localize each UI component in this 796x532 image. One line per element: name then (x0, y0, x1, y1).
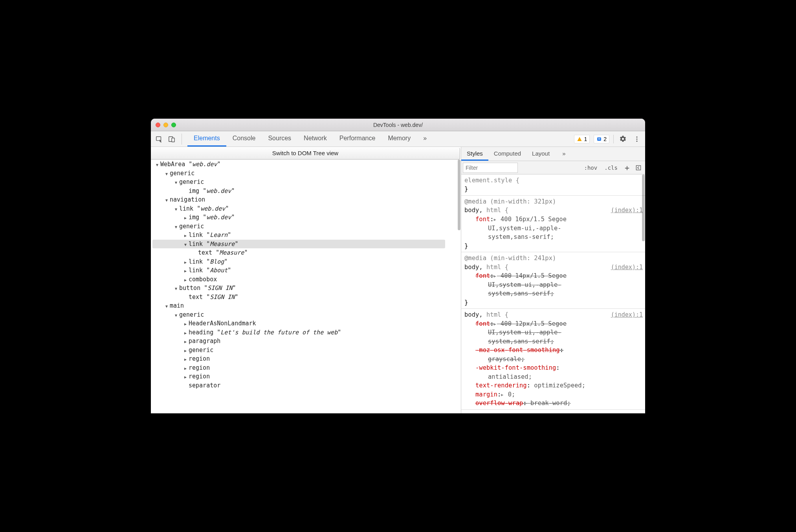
ax-tree-row[interactable]: ▼link "web.dev" (152, 204, 461, 213)
disclosure-triangle-icon[interactable]: ▶ (183, 374, 188, 380)
ax-tree-row[interactable]: ▶region (152, 363, 461, 372)
disclosure-triangle-icon[interactable]: ▼ (174, 286, 178, 292)
tab-layout[interactable]: Layout (526, 147, 555, 161)
css-declaration[interactable]: font:▶ 400 14px/1.5 Segoe (464, 272, 643, 280)
rule-element-style[interactable]: element.style {} (461, 174, 645, 196)
ax-tree-row[interactable]: ▼navigation (152, 195, 461, 204)
disclosure-triangle-icon[interactable]: ▼ (174, 224, 178, 230)
ax-tree-row[interactable]: ▶heading "Let's build the future of the … (152, 328, 461, 337)
minimize-button[interactable] (163, 123, 168, 127)
tab-styles[interactable]: Styles (461, 147, 488, 161)
issues-counter[interactable]: 2 (594, 135, 609, 143)
disclosure-triangle-icon[interactable]: ▶ (183, 215, 188, 221)
disclosure-triangle-icon[interactable]: ▼ (174, 312, 178, 318)
disclosure-triangle-icon[interactable]: ▼ (164, 171, 169, 177)
disclosure-triangle-icon[interactable]: ▶ (183, 268, 188, 274)
css-declaration[interactable]: margin:▶ 0; (464, 390, 643, 399)
ax-tree-row[interactable]: ▼WebArea "web.dev" (152, 160, 461, 169)
css-declaration[interactable]: -webkit-font-smoothing: (464, 363, 643, 372)
ax-tree-row[interactable]: ▶link "Learn" (152, 231, 461, 240)
style-rule[interactable]: @media (min-width: 321px)body, html {(in… (461, 196, 645, 252)
disclosure-triangle-icon[interactable]: ▼ (183, 242, 188, 248)
css-declaration-continuation: grayscale; (464, 355, 643, 363)
ax-tree-row[interactable]: ▶img "web.dev" (152, 213, 461, 222)
tab-performance[interactable]: Performance (333, 131, 382, 147)
ax-tree-row[interactable]: img "web.dev" (152, 187, 461, 196)
source-link[interactable]: (index):1 (611, 263, 643, 272)
ax-tree-row[interactable]: ▼generic (152, 310, 461, 319)
disclosure-triangle-icon[interactable]: ▶ (183, 259, 188, 265)
disclosure-triangle-icon[interactable]: ▼ (164, 303, 169, 309)
ax-tree-row[interactable]: ▼generic (152, 169, 461, 178)
sidebar-tabs-overflow[interactable]: » (557, 147, 571, 161)
styles-filter-input[interactable] (463, 163, 518, 173)
styles-rules[interactable]: element.style {}@media (min-width: 321px… (461, 174, 645, 413)
disclosure-triangle-icon[interactable]: ▶ (183, 356, 188, 362)
tab-sources[interactable]: Sources (262, 131, 297, 147)
more-options-icon[interactable] (632, 134, 642, 144)
source-link[interactable]: (index):1 (611, 206, 643, 215)
disclosure-triangle-icon[interactable]: ▶ (183, 277, 188, 283)
tab-memory[interactable]: Memory (381, 131, 417, 147)
ax-tree-row[interactable]: ▶region (152, 372, 461, 381)
settings-icon[interactable] (618, 134, 628, 144)
ax-tree-row[interactable]: ▶link "Blog" (152, 257, 461, 266)
scrollbar[interactable] (642, 174, 645, 241)
hov-toggle[interactable]: :hov (582, 164, 600, 172)
css-declaration[interactable]: font:▶ 400 12px/1.5 Segoe (464, 319, 643, 328)
ax-tree-row[interactable]: separator (152, 381, 461, 390)
toolbar-right: 1 2 (574, 134, 642, 144)
expand-shorthand-icon[interactable]: ▶ (494, 217, 496, 223)
disclosure-triangle-icon[interactable]: ▼ (164, 197, 169, 203)
ax-tree-row[interactable]: text "SIGN IN" (152, 293, 461, 302)
ax-tree-row[interactable]: ▼link "Measure" (152, 240, 445, 249)
new-style-rule-button[interactable]: + (622, 164, 632, 171)
expand-shorthand-icon[interactable]: ▶ (501, 392, 503, 398)
accessibility-tree[interactable]: ▼WebArea "web.dev"▼generic▼genericimg "w… (151, 160, 461, 413)
scrollbar[interactable] (458, 160, 460, 230)
style-rule[interactable]: @media (min-width: 241px)body, html {(in… (461, 252, 645, 309)
disclosure-triangle-icon[interactable]: ▶ (183, 365, 188, 371)
ax-tree-row[interactable]: ▼main (152, 301, 461, 310)
tabs-overflow[interactable]: » (417, 131, 433, 147)
css-declaration[interactable]: -moz-osx-font-smoothing: (464, 346, 643, 354)
toggle-rendering-icon[interactable] (634, 163, 643, 172)
cls-toggle[interactable]: .cls (602, 164, 620, 172)
tab-network[interactable]: Network (297, 131, 333, 147)
warnings-counter[interactable]: 1 (574, 135, 590, 143)
disclosure-triangle-icon[interactable]: ▼ (174, 206, 178, 212)
style-rule[interactable]: body, html {(index):1font:▶ 400 12px/1.5… (461, 309, 645, 409)
tab-elements[interactable]: Elements (187, 131, 226, 147)
disclosure-triangle-icon[interactable]: ▶ (183, 321, 188, 327)
expand-shorthand-icon[interactable]: ▶ (494, 321, 496, 327)
disclosure-triangle-icon[interactable]: ▶ (183, 348, 188, 354)
ax-tree-row[interactable]: ▼generic (152, 178, 461, 187)
ax-tree-row[interactable]: ▶generic (152, 346, 461, 355)
ax-tree-row[interactable]: ▼button "SIGN IN" (152, 284, 461, 293)
ax-tree-row[interactable]: ▶combobox (152, 275, 461, 284)
device-toolbar-icon[interactable] (167, 134, 177, 144)
css-declaration[interactable]: text-rendering: optimizeSpeed; (464, 381, 643, 390)
tab-console[interactable]: Console (226, 131, 262, 147)
ax-tree-row[interactable]: ▶region (152, 354, 461, 363)
disclosure-triangle-icon[interactable]: ▶ (183, 339, 188, 345)
switch-to-dom-tree-button[interactable]: Switch to DOM Tree view (151, 148, 460, 160)
ax-role: combobox (189, 276, 217, 283)
disclosure-triangle-icon[interactable]: ▼ (155, 162, 160, 168)
ax-tree-row[interactable]: ▶HeaderAsNonLandmark (152, 319, 461, 328)
disclosure-triangle-icon[interactable]: ▶ (183, 233, 188, 238)
expand-shorthand-icon[interactable]: ▶ (494, 273, 496, 279)
inspect-element-icon[interactable] (154, 134, 164, 144)
css-declaration[interactable]: overflow-wrap: break-word; (464, 399, 643, 407)
ax-tree-row[interactable]: ▼generic (152, 222, 461, 231)
disclosure-triangle-icon[interactable]: ▼ (174, 180, 178, 185)
maximize-button[interactable] (171, 123, 176, 127)
disclosure-triangle-icon[interactable]: ▶ (183, 330, 188, 336)
close-button[interactable] (156, 123, 160, 127)
source-link[interactable]: (index):1 (611, 311, 643, 319)
ax-tree-row[interactable]: ▶paragraph (152, 337, 461, 346)
ax-tree-row[interactable]: text "Measure" (152, 248, 461, 257)
tab-computed[interactable]: Computed (488, 147, 526, 161)
css-declaration[interactable]: font:▶ 400 16px/1.5 Segoe (464, 215, 643, 224)
ax-tree-row[interactable]: ▶link "About" (152, 266, 461, 275)
